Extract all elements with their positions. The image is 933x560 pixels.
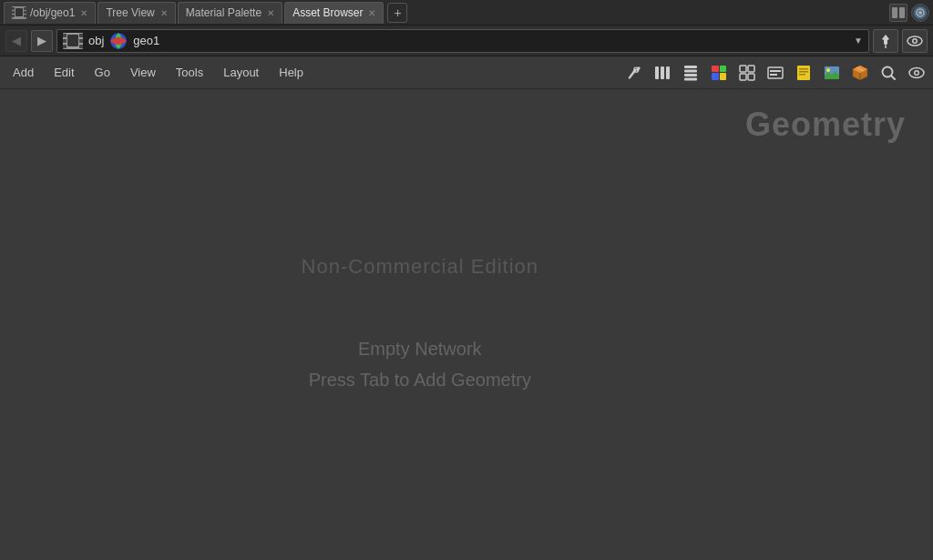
svg-rect-15 — [63, 39, 67, 43]
svg-rect-35 — [740, 66, 746, 72]
watermark-nce: Non-Commercial Edition — [302, 255, 538, 279]
svg-rect-40 — [770, 70, 781, 72]
svg-line-49 — [891, 76, 895, 79]
rows-icon[interactable] — [678, 60, 703, 86]
svg-rect-30 — [666, 66, 670, 79]
watermark-empty-line1: Empty Network — [302, 333, 538, 364]
tab-bar-right-controls — [889, 4, 933, 22]
grid-view-icon[interactable] — [734, 60, 760, 86]
tab-settings-button[interactable] — [911, 4, 929, 22]
tab-material-palette[interactable]: Material Palette ✕ — [178, 2, 282, 24]
tab-add-icon: + — [394, 5, 401, 20]
toolbar-right — [621, 60, 929, 86]
image-icon[interactable] — [819, 60, 845, 86]
tab-asset-browser[interactable]: Asset Browser ✕ — [284, 2, 384, 24]
svg-rect-34 — [684, 77, 697, 80]
svg-rect-43 — [799, 68, 808, 70]
menu-help[interactable]: Help — [270, 62, 313, 83]
menu-edit[interactable]: Edit — [45, 62, 83, 83]
path-input[interactable]: obj geo1 ▼ — [56, 29, 869, 53]
path-back-button[interactable]: ◀ — [5, 30, 27, 52]
path-obj-icon — [63, 33, 83, 49]
svg-rect-32 — [684, 69, 697, 72]
menu-go[interactable]: Go — [86, 62, 119, 83]
path-geo-icon — [109, 32, 128, 50]
path-eye-button[interactable] — [902, 29, 928, 53]
path-dropdown-arrow[interactable]: ▼ — [854, 36, 863, 46]
menu-layout[interactable]: Layout — [214, 62, 268, 83]
svg-rect-45 — [799, 74, 805, 76]
svg-rect-39 — [768, 67, 783, 78]
toolbar: Add Edit Go View Tools Layout Help — [0, 56, 933, 89]
svg-point-26 — [914, 39, 917, 42]
tab-tree-view-label: Tree View — [106, 6, 154, 19]
package-icon[interactable] — [847, 60, 873, 86]
svg-point-52 — [916, 71, 918, 74]
svg-rect-9 — [899, 7, 905, 18]
path-obj-text: obj — [88, 34, 104, 47]
path-pin-button[interactable] — [873, 29, 898, 53]
svg-rect-20 — [67, 35, 78, 46]
svg-rect-6 — [24, 15, 26, 17]
view-eye-icon[interactable] — [904, 60, 929, 86]
main-content: Non-Commercial Edition Empty Network Pre… — [0, 89, 933, 560]
tab-obj-geo1[interactable]: /obj/geo1 ✕ — [4, 2, 96, 24]
wrench-icon[interactable] — [621, 60, 647, 86]
svg-rect-16 — [63, 45, 67, 48]
tab-tree-view[interactable]: Tree View ✕ — [97, 2, 175, 24]
box-icon[interactable] — [763, 60, 788, 86]
svg-rect-38 — [748, 74, 754, 80]
svg-rect-28 — [655, 66, 659, 79]
tab-obj-geo1-label: /obj/geo1 — [30, 6, 75, 19]
watermark-geometry: Geometry — [745, 106, 906, 144]
path-geo-text: geo1 — [133, 34, 159, 47]
menu-view[interactable]: View — [121, 62, 165, 83]
tab-asset-browser-close[interactable]: ✕ — [368, 8, 375, 18]
svg-rect-8 — [892, 7, 897, 18]
tab-asset-browser-label: Asset Browser — [292, 6, 363, 19]
svg-rect-19 — [79, 45, 83, 48]
watermark-empty-line2: Press Tab to Add Geometry — [302, 364, 538, 395]
svg-rect-37 — [740, 74, 746, 80]
svg-rect-17 — [79, 34, 83, 37]
svg-rect-29 — [661, 66, 664, 79]
svg-rect-7 — [15, 8, 23, 16]
svg-point-47 — [826, 68, 830, 72]
svg-rect-3 — [12, 15, 15, 17]
svg-rect-4 — [24, 7, 26, 10]
tab-material-palette-close[interactable]: ✕ — [267, 8, 274, 18]
columns-icon[interactable] — [650, 60, 675, 86]
menu-add[interactable]: Add — [4, 62, 43, 83]
svg-rect-44 — [799, 71, 808, 73]
svg-rect-5 — [24, 11, 26, 14]
svg-rect-36 — [748, 66, 754, 72]
path-bar: ◀ ▶ obj — [0, 25, 933, 56]
svg-point-12 — [918, 11, 922, 15]
svg-rect-33 — [684, 74, 697, 76]
svg-rect-18 — [79, 39, 83, 43]
watermark-empty: Empty Network Press Tab to Add Geometry — [302, 333, 538, 395]
tab-obj-geo1-close[interactable]: ✕ — [80, 8, 87, 18]
tab-bar: /obj/geo1 ✕ Tree View ✕ Material Palette… — [0, 0, 933, 25]
svg-rect-1 — [12, 7, 15, 10]
svg-rect-42 — [797, 66, 810, 80]
watermark-center: Non-Commercial Edition Empty Network Pre… — [302, 255, 538, 395]
svg-rect-2 — [12, 11, 15, 14]
tab-add-button[interactable]: + — [387, 3, 407, 23]
tab-tree-view-close[interactable]: ✕ — [160, 8, 168, 18]
color-grid-icon[interactable] — [706, 60, 732, 86]
note-icon[interactable] — [791, 60, 816, 86]
path-forward-button[interactable]: ▶ — [31, 30, 53, 52]
svg-rect-31 — [684, 66, 697, 68]
svg-rect-14 — [63, 34, 67, 37]
menu-tools[interactable]: Tools — [167, 62, 212, 83]
tab-network-icon — [12, 6, 26, 19]
tab-material-palette-label: Material Palette — [186, 6, 261, 19]
search-icon[interactable] — [876, 60, 901, 86]
svg-rect-41 — [770, 74, 777, 76]
tab-collapse-button[interactable] — [889, 4, 907, 22]
